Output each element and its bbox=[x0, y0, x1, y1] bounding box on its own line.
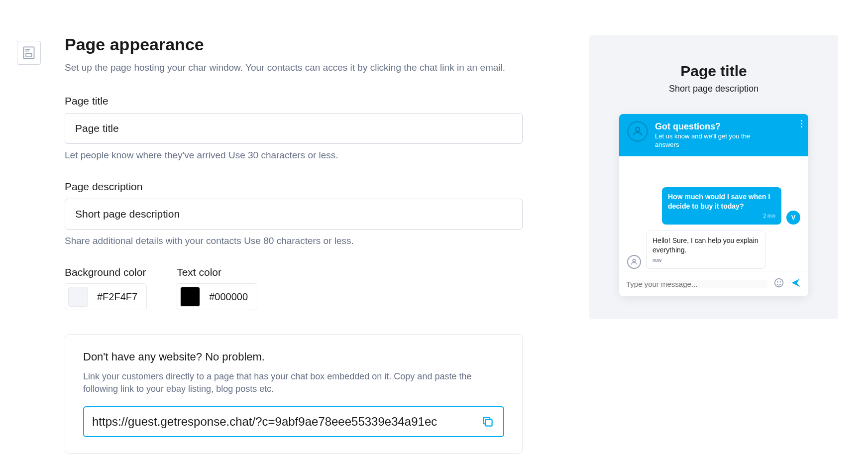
chat-header-title: Got questions? bbox=[655, 121, 764, 132]
page-description-hint: Share additional details with your conta… bbox=[65, 235, 523, 246]
agent-avatar-icon bbox=[627, 121, 648, 142]
svg-point-5 bbox=[636, 127, 640, 131]
page-appearance-icon bbox=[17, 41, 41, 65]
chat-message-time: 2 min bbox=[668, 213, 775, 220]
svg-point-8 bbox=[777, 282, 778, 282]
svg-point-6 bbox=[633, 259, 635, 262]
text-color-picker[interactable]: #000000 bbox=[177, 283, 257, 310]
chat-menu-button[interactable] bbox=[801, 120, 802, 127]
background-color-picker[interactable]: #F2F4F7 bbox=[65, 283, 147, 310]
chat-message-text: How much would I save when I decide to b… bbox=[668, 193, 770, 210]
background-color-swatch bbox=[68, 287, 88, 307]
chat-link-input[interactable]: https://guest.getresponse.chat/?c=9abf9a… bbox=[92, 415, 473, 429]
text-color-swatch bbox=[180, 287, 200, 307]
page-subheading: Set up the page hosting your char window… bbox=[65, 62, 523, 73]
send-icon bbox=[790, 277, 801, 288]
background-color-hex: #F2F4F7 bbox=[97, 291, 137, 303]
chat-link-section: Don't have any website? No problem. Link… bbox=[65, 334, 523, 454]
svg-rect-3 bbox=[26, 53, 32, 57]
svg-rect-4 bbox=[486, 420, 492, 426]
background-color-label: Background color bbox=[65, 266, 147, 278]
chat-header: Got questions? Let us know and we'll get… bbox=[619, 114, 808, 156]
page-title-hint: Let people know where they've arrived Us… bbox=[65, 150, 523, 161]
page-description-label: Page description bbox=[65, 181, 523, 193]
chat-message-text: Hello! Sure, I can help you explain ever… bbox=[652, 236, 758, 254]
visitor-avatar: V bbox=[786, 211, 800, 225]
chat-message-time: now bbox=[652, 257, 759, 264]
preview-page-description: Short page description bbox=[619, 84, 808, 94]
text-color-hex: #000000 bbox=[209, 291, 248, 303]
chat-link-description: Link your customers directly to a page t… bbox=[83, 370, 504, 395]
page-title-label: Page title bbox=[65, 95, 523, 107]
svg-point-7 bbox=[775, 279, 783, 287]
copy-icon bbox=[481, 415, 494, 428]
page-description-input[interactable] bbox=[65, 199, 523, 230]
agent-avatar-small-icon bbox=[627, 255, 641, 269]
send-button[interactable] bbox=[790, 277, 801, 290]
chat-message-sent: How much would I save when I decide to b… bbox=[627, 187, 800, 225]
emoji-icon bbox=[773, 277, 784, 288]
chat-header-subtitle: Let us know and we'll get you the answer… bbox=[655, 132, 764, 149]
preview-page-title: Page title bbox=[619, 63, 808, 80]
svg-point-9 bbox=[780, 282, 780, 282]
chat-link-title: Don't have any website? No problem. bbox=[83, 351, 504, 363]
copy-link-button[interactable] bbox=[480, 414, 495, 429]
page-heading: Page appearance bbox=[65, 35, 523, 54]
chat-widget-preview: Got questions? Let us know and we'll get… bbox=[619, 114, 808, 296]
page-title-input[interactable] bbox=[65, 113, 523, 144]
chat-message-input[interactable] bbox=[626, 280, 767, 288]
page-preview: Page title Short page description Got qu… bbox=[589, 35, 838, 319]
text-color-label: Text color bbox=[177, 266, 257, 278]
chat-message-received: Hello! Sure, I can help you explain ever… bbox=[627, 231, 800, 269]
emoji-button[interactable] bbox=[773, 277, 784, 290]
